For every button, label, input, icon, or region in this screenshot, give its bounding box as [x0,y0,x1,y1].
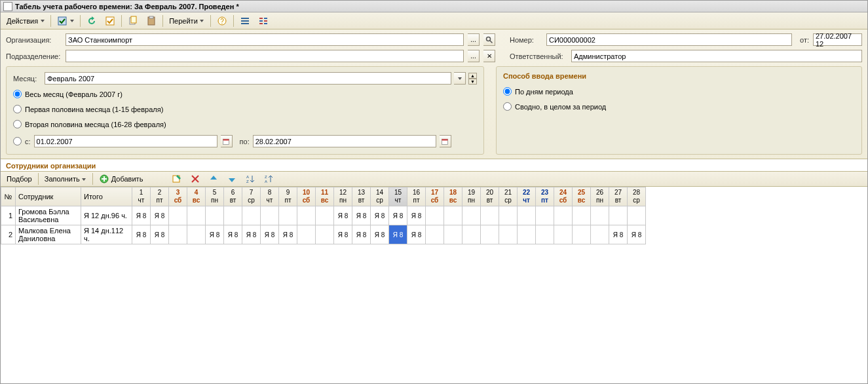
col-day-13[interactable]: 13вт [352,187,371,206]
cell-day[interactable]: Я 8 [132,225,151,244]
cell-day[interactable] [609,206,628,225]
grid-area[interactable]: №СотрудникИтого1чт2пт3сб4вс5пн6вт7ср8чт9… [1,187,867,383]
cell-day[interactable]: Я 8 [407,206,426,225]
col-num[interactable]: № [1,187,16,206]
cell-day[interactable] [518,225,536,244]
resp-input[interactable]: Администратор [571,50,862,62]
cell-day[interactable]: Я 8 [334,206,352,225]
cell-day[interactable] [481,206,499,225]
cell-day[interactable]: Я 8 [132,206,151,225]
move-down-button[interactable] [223,172,240,185]
cell-num[interactable]: 1 [1,206,16,225]
cell-day[interactable] [536,206,554,225]
spin-down[interactable]: ▼ [468,79,477,85]
radio-summary[interactable] [503,102,512,111]
cell-day[interactable] [187,206,206,225]
sort-asc-button[interactable]: AZ [242,172,259,185]
col-day-27[interactable]: 27вт [609,187,628,206]
col-day-28[interactable]: 28ср [628,187,646,206]
org-select-button[interactable]: ... [468,33,480,46]
cell-day[interactable] [499,206,518,225]
cell-day[interactable] [316,225,334,244]
col-day-23[interactable]: 23пт [536,187,554,206]
col-day-6[interactable]: 6вт [224,187,242,206]
radio-first[interactable] [13,105,22,113]
mode-opt-days[interactable]: По дням периода [503,87,855,96]
col-day-8[interactable]: 8чт [261,187,279,206]
cell-day[interactable] [261,206,279,225]
spin-up[interactable]: ▲ [468,73,477,79]
period-opt-all[interactable]: Весь месяц (Февраль 2007 г) [13,90,477,98]
cell-day[interactable] [279,206,297,225]
cell-day[interactable] [462,225,481,244]
cell-day[interactable]: Я 8 [609,225,628,244]
refresh-button[interactable] [83,14,100,28]
col-day-19[interactable]: 19пн [462,187,481,206]
col-day-18[interactable]: 18вс [444,187,462,206]
cell-day[interactable] [481,225,499,244]
help-button[interactable]: ? [214,14,231,28]
edit-row-button[interactable] [168,172,185,185]
cell-day[interactable]: Я 8 [628,225,646,244]
cell-day[interactable]: Я 8 [371,206,389,225]
cell-day[interactable] [297,225,316,244]
col-day-26[interactable]: 26пн [591,187,609,206]
cell-day[interactable]: Я 8 [407,225,426,244]
col-day-14[interactable]: 14ср [371,187,389,206]
org-input[interactable]: ЗАО Станкоимпорт [66,33,464,46]
month-dropdown-button[interactable] [454,72,466,85]
radio-all[interactable] [13,90,22,98]
col-day-10[interactable]: 10сб [297,187,316,206]
cell-day[interactable] [169,225,187,244]
cell-day[interactable] [444,225,462,244]
radio-second[interactable] [13,120,22,128]
cell-day[interactable] [628,206,646,225]
cell-total[interactable]: Я 12 дн.96 ч. [81,206,132,225]
go-menu[interactable]: Перейти [166,14,208,28]
number-input[interactable]: СИ000000002 [546,33,792,46]
col-day-5[interactable]: 5пн [206,187,224,206]
add-button[interactable]: Добавить [96,172,147,185]
cell-day[interactable]: Я 8 [389,206,407,225]
cell-day[interactable] [224,206,242,225]
period-opt-first[interactable]: Первая половина месяца (1-15 февраля) [13,105,477,113]
delete-row-button[interactable] [187,172,204,185]
timesheet-grid[interactable]: №СотрудникИтого1чт2пт3сб4вс5пн6вт7ср8чт9… [1,187,646,244]
cell-employee[interactable]: Громова Бэлла Васильевна [16,206,81,225]
cell-day[interactable] [206,206,224,225]
cell-day[interactable] [573,225,591,244]
actions-menu[interactable]: Действия [3,14,48,28]
post-button[interactable] [54,14,77,28]
fill-menu[interactable]: Заполнить [41,172,90,185]
radio-days[interactable] [503,87,512,96]
cell-day[interactable] [426,206,444,225]
cell-day[interactable] [316,206,334,225]
month-input[interactable]: Февраль 2007 [45,72,451,85]
col-day-7[interactable]: 7ср [242,187,261,206]
col-day-11[interactable]: 11вс [316,187,334,206]
repost-button[interactable] [102,14,119,28]
dept-input[interactable] [66,50,464,62]
col-day-25[interactable]: 25вс [573,187,591,206]
cell-num[interactable]: 2 [1,225,16,244]
cell-day[interactable] [499,225,518,244]
cell-day[interactable] [462,206,481,225]
cell-day[interactable] [444,206,462,225]
mode-opt-summary[interactable]: Сводно, в целом за период [503,102,855,111]
radio-range[interactable] [13,137,22,145]
from-date-input[interactable]: 27.02.2007 12 [813,33,862,46]
cell-day[interactable] [426,225,444,244]
cell-day[interactable] [187,225,206,244]
table-row[interactable]: 1Громова Бэлла ВасильевнаЯ 12 дн.96 ч.Я … [1,206,646,225]
col-day-9[interactable]: 9пт [279,187,297,206]
cell-day[interactable]: Я 8 [279,225,297,244]
cell-day[interactable]: Я 8 [151,206,169,225]
cell-day[interactable]: Я 8 [206,225,224,244]
move-up-button[interactable] [205,172,222,185]
col-day-21[interactable]: 21ср [499,187,518,206]
org-search-button[interactable] [483,33,495,46]
dept-clear-button[interactable]: ✕ [483,50,495,62]
date-from-calendar[interactable] [221,135,233,147]
col-day-16[interactable]: 16пт [407,187,426,206]
cell-day[interactable] [242,206,261,225]
